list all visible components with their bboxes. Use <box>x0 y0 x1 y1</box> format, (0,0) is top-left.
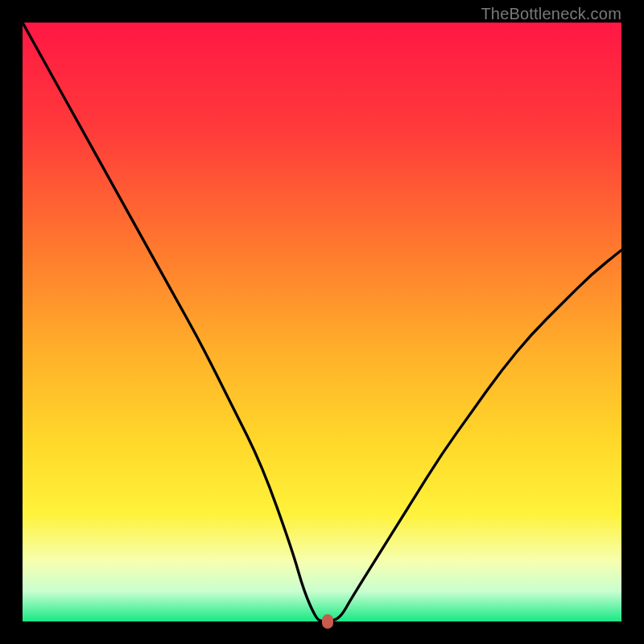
bottleneck-curve <box>23 23 621 621</box>
optimal-point-marker <box>322 614 333 629</box>
watermark-text: TheBottleneck.com <box>481 5 621 23</box>
chart-frame: TheBottleneck.com <box>0 0 644 644</box>
plot-area <box>23 23 621 621</box>
